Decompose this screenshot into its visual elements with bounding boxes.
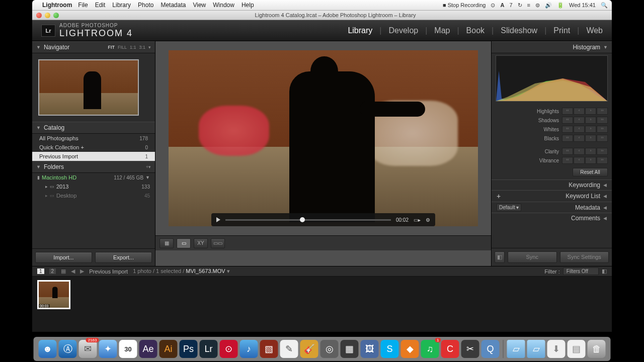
dock-quicktime[interactable]: Q <box>481 340 500 358</box>
folder-2013[interactable]: ▸ ▭ 2013133 <box>32 182 155 191</box>
dock-lightroom[interactable]: Lr <box>200 340 218 358</box>
loupe-view-button[interactable]: ▭ <box>177 238 191 248</box>
compare-view-button[interactable]: XY <box>194 238 208 248</box>
comments-header[interactable]: Comments◀ <box>492 213 612 223</box>
metadata-header[interactable]: Default ▾ Metadata◀ <box>492 202 612 213</box>
module-library[interactable]: Library <box>348 26 372 35</box>
module-book[interactable]: Book <box>466 26 485 35</box>
filmstrip-thumb[interactable]: 00:03 <box>37 280 70 309</box>
menu-view[interactable]: View <box>193 2 206 9</box>
menu-edit[interactable]: Edit <box>95 2 106 9</box>
prev-icon[interactable]: ◀ <box>71 268 75 275</box>
module-slideshow[interactable]: Slideshow <box>501 26 537 35</box>
filmstrip-source[interactable]: Previous Import <box>89 268 128 275</box>
dock-app2[interactable]: ◎ <box>320 340 339 358</box>
menu-help[interactable]: Help <box>242 2 254 9</box>
sync-toggle[interactable]: ◧ <box>495 251 505 263</box>
dock-lastfm[interactable]: ⊙ <box>220 340 238 358</box>
histogram-header[interactable]: Histogram ▼ <box>492 41 612 53</box>
zoom-window-button[interactable] <box>53 13 59 18</box>
stop-recording[interactable]: ■ Stop Recording <box>443 2 486 8</box>
play-icon[interactable] <box>216 217 220 222</box>
folder-volume[interactable]: ▮ Macintosh HD 112 / 465 GB ▼ <box>32 173 155 182</box>
adj-shadows[interactable]: Shadows‹‹‹››› <box>492 116 612 125</box>
dock-textedit[interactable]: ✎ <box>280 340 298 358</box>
chevron-down-icon[interactable]: ▼ <box>145 175 150 180</box>
bluetooth-icon[interactable]: ≡ <box>527 2 530 8</box>
dock-preview[interactable]: 🖼 <box>361 340 379 358</box>
dock-skype[interactable]: S <box>381 340 399 358</box>
gear-icon[interactable] <box>426 217 430 223</box>
dock-finalcut[interactable]: ✂ <box>461 340 479 358</box>
catalog-header[interactable]: ▼ Catalog <box>32 122 155 134</box>
filter-select[interactable]: Filters Off <box>563 267 599 275</box>
dock-finder[interactable]: ☻ <box>39 340 57 358</box>
dock-garageband[interactable]: 🎸 <box>300 340 318 358</box>
main-window-button[interactable]: 1 <box>37 268 44 274</box>
volume-icon[interactable]: 🔊 <box>545 2 552 9</box>
dock-itunes[interactable]: ♪ <box>240 340 258 358</box>
catalog-previous-import[interactable]: Previous Import1 <box>32 152 155 161</box>
second-window-button[interactable]: 2 <box>49 268 56 274</box>
adj-whites[interactable]: Whites‹‹‹››› <box>492 125 612 134</box>
close-window-button[interactable] <box>36 13 42 18</box>
battery-icon[interactable]: 🔋 <box>557 2 564 9</box>
nav-fill[interactable]: FILL <box>118 45 127 50</box>
adj-highlights[interactable]: Highlights‹‹‹››› <box>492 107 612 116</box>
nav-more-icon[interactable]: ▾ <box>148 45 151 50</box>
dock-app3[interactable]: ▦ <box>341 340 359 358</box>
sync-settings-button[interactable]: Sync Settings <box>560 251 609 263</box>
keywording-header[interactable]: Keywording◀ <box>492 179 612 190</box>
nav-3-1[interactable]: 3:1 <box>139 45 145 50</box>
navigator-header[interactable]: ▼ Navigator FIT FILL 1:1 3:1 ▾ <box>32 41 155 53</box>
dock-downloads[interactable]: ⬇ <box>547 340 566 358</box>
nav-fit[interactable]: FIT <box>108 45 115 50</box>
folder-desktop[interactable]: ▸ ▭ Desktop45 <box>32 191 155 200</box>
dock-app1[interactable]: ▧ <box>260 340 278 358</box>
chevron-right-icon[interactable]: ▸ <box>45 193 48 198</box>
dock-illustrator[interactable]: Ai <box>159 340 178 358</box>
reset-all-button[interactable]: Reset All <box>573 168 608 176</box>
menu-metadata[interactable]: Metadata <box>160 2 186 9</box>
module-develop[interactable]: Develop <box>388 26 418 35</box>
spotlight-icon[interactable]: 🔍 <box>601 2 608 9</box>
video-scrubber[interactable] <box>225 219 391 221</box>
menu-photo[interactable]: Photo <box>138 2 153 9</box>
catalog-quick-collection[interactable]: Quick Collection +0 <box>32 143 155 152</box>
next-icon[interactable]: ▶ <box>80 268 84 275</box>
module-print[interactable]: Print <box>553 26 570 35</box>
adj-vibrance[interactable]: Vibrance‹‹‹››› <box>492 156 612 165</box>
dock-calendar[interactable]: 30 <box>119 340 137 358</box>
metadata-preset-select[interactable]: Default ▾ <box>497 204 521 211</box>
chevron-right-icon[interactable]: ▸ <box>45 184 48 189</box>
grid-view-button[interactable]: ▦ <box>159 238 174 248</box>
sync-button[interactable]: Sync <box>508 251 557 263</box>
dock-spotify[interactable]: ♫ <box>421 340 439 358</box>
filmstrip[interactable]: 00:03 <box>32 277 612 313</box>
histogram-display[interactable] <box>496 55 608 102</box>
nav-1-1[interactable]: 1:1 <box>130 45 136 50</box>
module-map[interactable]: Map <box>434 26 450 35</box>
minimize-window-button[interactable] <box>45 13 50 18</box>
add-folder-icon[interactable]: +▾ <box>146 164 151 169</box>
filter-lock-icon[interactable]: ◧ <box>602 268 607 275</box>
wifi-icon[interactable]: ⊜ <box>535 2 540 9</box>
app-name[interactable]: Lightroom <box>42 2 72 9</box>
export-button[interactable]: Export... <box>95 252 152 263</box>
survey-view-button[interactable]: ▭▭ <box>211 238 225 248</box>
lastfm-icon[interactable]: ⊙ <box>491 2 495 9</box>
dock-aftereffects[interactable]: Ae <box>139 340 157 358</box>
grid-icon[interactable]: ▦ <box>61 268 66 275</box>
import-button[interactable]: Import... <box>35 252 92 263</box>
dock-folder2[interactable]: ▱ <box>527 340 545 358</box>
keyword-list-header[interactable]: + Keyword List◀ <box>492 190 612 202</box>
dock-doc[interactable]: ▤ <box>568 340 586 358</box>
dock-photoshop[interactable]: Ps <box>180 340 198 358</box>
dock-safari[interactable]: ✦ <box>99 340 117 358</box>
dock-folder1[interactable]: ▱ <box>507 340 525 358</box>
folders-header[interactable]: ▼ Folders +▾ <box>32 161 155 173</box>
dock-trash[interactable]: 🗑 <box>588 340 606 358</box>
adobe-icon[interactable]: A <box>500 2 504 8</box>
menu-window[interactable]: Window <box>213 2 234 9</box>
dock-ccleaner[interactable]: C <box>441 340 459 358</box>
